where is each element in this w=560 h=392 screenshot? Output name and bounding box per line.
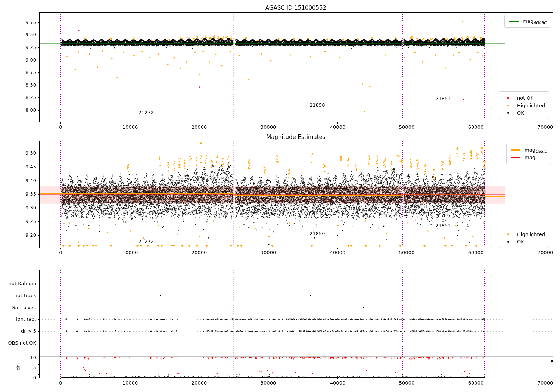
legend-item-mag: mag bbox=[510, 154, 547, 161]
legend-item-mag-agasc: magAGASC bbox=[508, 18, 546, 25]
obsid-annotation-21851-plot2: 21851 bbox=[435, 223, 451, 228]
plot2-title: Magnitude Estimates bbox=[39, 134, 553, 140]
legend-label-ok-plot2: OK bbox=[517, 239, 524, 245]
highlighted-dot-icon bbox=[503, 105, 513, 106]
legend-label-highlighted: Highlighted bbox=[517, 103, 545, 108]
legend-item-not-ok: not OK bbox=[503, 94, 545, 102]
legend-label-mag: mag bbox=[525, 155, 535, 161]
legend-label-not-ok: not OK bbox=[517, 95, 533, 101]
highlighted-dot-icon bbox=[503, 233, 513, 235]
ok-dot-icon bbox=[503, 241, 513, 243]
legend-label-mag-agasc: magAGASC bbox=[523, 18, 546, 25]
obsid-annotation-21272-plot1: 21272 bbox=[139, 110, 154, 115]
figure: AGASC ID 151000552 Magnitude Estimates 2… bbox=[0, 0, 560, 392]
legend-item-highlighted-plot2: Highlighted bbox=[503, 230, 545, 238]
plot3-ylabel-dr: dr bbox=[15, 365, 21, 370]
legend-label-ok: OK bbox=[517, 110, 524, 116]
plot1-title: AGASC ID 151000552 bbox=[39, 4, 553, 11]
mag-line-swatch bbox=[510, 157, 521, 158]
legend-item-highlighted: Highlighted bbox=[503, 102, 545, 109]
legend-plot1-markers: not OK Highlighted OK bbox=[499, 91, 549, 119]
obsid-annotation-21851-plot1: 21851 bbox=[435, 95, 451, 101]
plots-canvas bbox=[0, 0, 560, 392]
mag-agasc-line-swatch bbox=[508, 21, 519, 22]
not-ok-dot-icon bbox=[503, 97, 513, 99]
legend-item-ok-plot2: OK bbox=[503, 238, 545, 245]
obsid-annotation-21272-plot2: 21272 bbox=[139, 239, 154, 244]
legend-label-highlighted-plot2: Highlighted bbox=[517, 231, 545, 237]
legend-item-mag-obsid: magOBSID bbox=[510, 146, 547, 154]
legend-plot2-markers: Highlighted OK bbox=[499, 228, 549, 248]
legend-mag-agasc: magAGASC bbox=[504, 15, 550, 28]
legend-mag-lines: magOBSID mag bbox=[506, 144, 551, 164]
obsid-annotation-21850-plot1: 21850 bbox=[309, 102, 325, 108]
legend-item-ok: OK bbox=[503, 109, 545, 116]
ok-dot-icon bbox=[503, 112, 513, 114]
legend-label-mag-obsid: magOBSID bbox=[525, 147, 547, 153]
mag-obsid-line-swatch bbox=[510, 149, 521, 151]
obsid-annotation-21850-plot2: 21850 bbox=[309, 230, 325, 236]
